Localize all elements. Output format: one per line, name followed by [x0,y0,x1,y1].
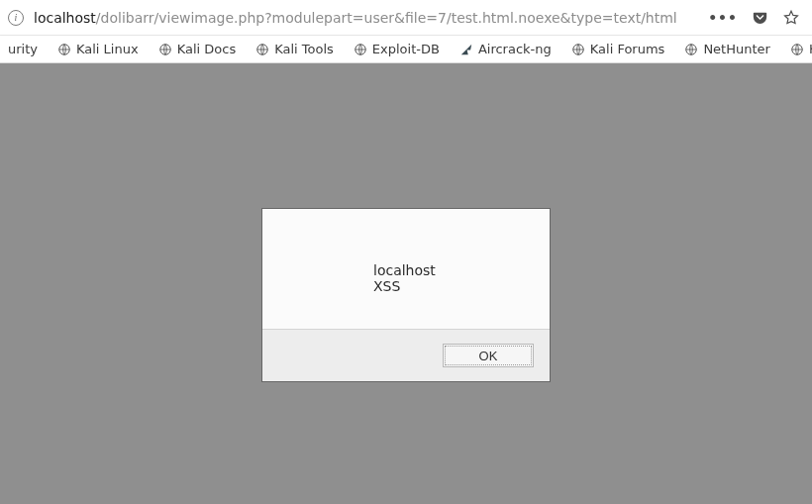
bookmark-label: Kali Linux [76,42,139,56]
js-alert-message: XSS [373,278,528,294]
bookmark-item[interactable]: Kali Docs [152,40,243,58]
js-alert-button-row: OK [262,329,550,381]
js-alert-ok-button[interactable]: OK [443,344,534,367]
globe-icon [571,43,585,56]
globe-icon [790,43,804,56]
url-path: /dolibarr/viewimage.php?modulepart=user&… [96,10,677,26]
bookmark-item[interactable]: Kali Forums [565,40,671,58]
bookmark-label: urity [8,42,38,56]
js-alert-origin: localhost [373,262,528,278]
bookmarks-toolbar: urityKali LinuxKali DocsKali ToolsExploi… [0,36,812,63]
bookmark-item[interactable]: Aircrack-ng [454,40,558,58]
bookmark-item[interactable]: urity [2,40,44,58]
url-input[interactable]: localhost/dolibarr/viewimage.php?modulep… [34,10,698,26]
js-alert-dialog: localhost XSS OK [261,208,551,382]
bookmark-label: Kali Forums [590,42,665,56]
bookmark-item[interactable]: Exploit-DB [348,40,446,58]
globe-icon [255,43,269,56]
url-host: localhost [34,10,96,26]
bookmark-label: Aircrack-ng [478,42,552,56]
bookmark-label: Kali Tools [274,42,334,56]
bookmark-item[interactable]: Kali Tra [784,40,812,58]
aircrack-icon [459,43,473,56]
pocket-icon[interactable] [752,10,768,26]
bookmark-label: NetHunter [703,42,770,56]
js-alert-body: localhost XSS [262,209,550,329]
globe-icon [158,43,172,56]
bookmark-item[interactable]: Kali Linux [51,40,145,58]
bookmark-item[interactable]: Kali Tools [250,40,340,58]
bookmark-item[interactable]: NetHunter [678,40,776,58]
bookmark-star-icon[interactable] [782,9,800,27]
page-actions: ••• [708,9,804,27]
globe-icon [354,43,367,56]
site-info-icon[interactable]: i [8,10,24,26]
page-actions-menu-icon[interactable]: ••• [708,11,738,25]
bookmark-label: Kali Docs [177,42,237,56]
bookmark-label: Exploit-DB [372,42,440,56]
globe-icon [684,43,698,56]
address-bar-row: i localhost/dolibarr/viewimage.php?modul… [0,0,812,36]
globe-icon [57,43,71,56]
